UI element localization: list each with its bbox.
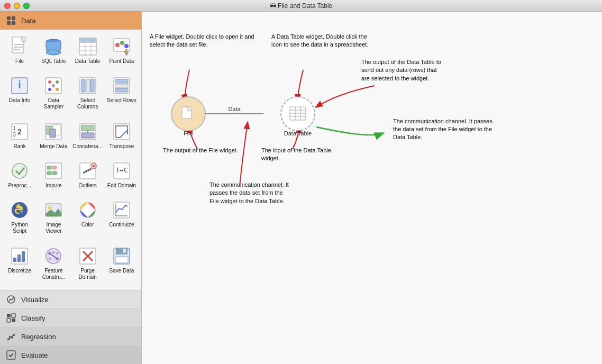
- minimize-button[interactable]: [14, 3, 20, 9]
- transpose-widget-label: Transpose: [109, 143, 134, 150]
- widget-python-script[interactable]: Python Script: [3, 196, 36, 241]
- widget-discretize[interactable]: Discretize: [3, 242, 36, 287]
- svg-rect-39: [115, 88, 128, 92]
- widget-color[interactable]: Color: [71, 196, 104, 241]
- svg-text:2: 2: [17, 128, 22, 136]
- svg-rect-56: [52, 166, 57, 169]
- svg-point-88: [49, 257, 51, 260]
- svg-rect-1: [12, 16, 15, 20]
- widget-edit-domain[interactable]: T↔C Edit Domain: [105, 157, 138, 195]
- save-data-widget-icon: [111, 245, 132, 267]
- regression-section-icon: [5, 331, 17, 342]
- svg-text:1: 1: [13, 125, 16, 131]
- svg-point-89: [56, 252, 59, 254]
- window-title: 🕶 File and Data Table: [270, 2, 333, 10]
- widget-data-table[interactable]: Data Table: [71, 33, 104, 71]
- widget-preproc[interactable]: Preproc...: [3, 157, 36, 195]
- svg-rect-49: [81, 125, 94, 131]
- svg-text:3: 3: [13, 132, 16, 138]
- python-script-widget-icon: [9, 199, 30, 221]
- svg-rect-58: [52, 171, 57, 175]
- bottom-sections: Visualize Classify: [0, 290, 141, 364]
- svg-rect-2: [7, 21, 11, 25]
- select-columns-widget-label: Select Columns: [72, 97, 103, 110]
- svg-point-108: [171, 97, 205, 131]
- widget-purge-domain[interactable]: Purge Domain: [71, 242, 104, 287]
- widget-data-info[interactable]: i Data Info: [3, 72, 36, 116]
- svg-rect-101: [12, 319, 15, 322]
- svg-rect-38: [115, 84, 128, 88]
- annotation-input-data-table: The input of the Data Table widget.: [261, 147, 343, 163]
- save-data-widget-label: Save Data: [110, 268, 134, 274]
- outliers-widget-label: Outliers: [78, 183, 96, 189]
- widget-transpose[interactable]: Transpose: [105, 118, 138, 156]
- widget-save-data[interactable]: Save Data: [105, 242, 138, 287]
- purge-domain-widget-icon: [77, 245, 98, 267]
- annotation-output-file: The output of the File widget.: [163, 147, 248, 154]
- section-header-visualize[interactable]: Visualize: [0, 290, 141, 308]
- section-header-data[interactable]: Data: [0, 12, 141, 30]
- svg-rect-98: [7, 314, 11, 317]
- svg-point-69: [17, 207, 19, 208]
- impute-widget-label: Impute: [45, 183, 62, 189]
- svg-rect-35: [90, 79, 94, 92]
- widget-impute[interactable]: Impute: [37, 157, 70, 195]
- widget-concatenate[interactable]: Concatena...: [71, 118, 104, 156]
- widget-outliers[interactable]: Outliers: [71, 157, 104, 195]
- rank-widget-icon: 2 1 3: [9, 121, 30, 142]
- svg-rect-96: [115, 257, 128, 263]
- sql-table-widget-label: SQL Table: [41, 58, 66, 65]
- svg-rect-37: [115, 79, 128, 83]
- section-header-regression[interactable]: Regression: [0, 327, 141, 345]
- svg-point-72: [48, 206, 51, 210]
- widget-rank[interactable]: 2 1 3 Rank: [3, 118, 36, 156]
- svg-point-62: [87, 169, 89, 171]
- file-widget-icon: [9, 36, 30, 57]
- widget-select-columns[interactable]: Select Columns: [71, 72, 104, 116]
- svg-point-113: [281, 97, 315, 131]
- widget-sql-table[interactable]: SQL Table: [37, 33, 70, 71]
- svg-point-21: [120, 41, 124, 45]
- svg-rect-81: [17, 254, 21, 262]
- svg-point-85: [48, 252, 51, 255]
- discretize-widget-icon: [9, 245, 30, 267]
- evaluate-section-label: Evaluate: [21, 351, 48, 359]
- rank-widget-label: Rank: [13, 143, 25, 150]
- continuize-widget-icon: [111, 199, 132, 221]
- widget-continuize[interactable]: Continuize: [105, 196, 138, 241]
- widget-image-viewer[interactable]: Image Viewer: [37, 196, 70, 241]
- widget-paint-data[interactable]: Paint Data: [105, 33, 138, 71]
- svg-rect-57: [47, 171, 51, 175]
- regression-section-label: Regression: [21, 333, 56, 341]
- purge-domain-widget-label: Purge Domain: [72, 268, 103, 280]
- continuize-widget-label: Continuize: [109, 222, 134, 228]
- canvas-area[interactable]: A File widget. Double click to open it a…: [142, 12, 602, 364]
- svg-point-86: [56, 257, 59, 260]
- preproc-widget-label: Preproc...: [8, 183, 31, 189]
- close-button[interactable]: [4, 3, 11, 9]
- svg-point-75: [85, 207, 90, 213]
- feature-constr-widget-label: Feature Constru...: [38, 268, 69, 280]
- widget-merge-data[interactable]: Merge Data: [37, 118, 70, 156]
- main-layout: Data File: [0, 12, 602, 364]
- svg-rect-13: [79, 38, 96, 42]
- data-sampler-widget-icon: [43, 75, 64, 96]
- paint-data-widget-label: Paint Data: [110, 58, 134, 65]
- section-header-evaluate[interactable]: Evaluate: [0, 345, 141, 364]
- data-info-widget-icon: i: [9, 75, 30, 96]
- python-script-widget-label: Python Script: [4, 222, 35, 234]
- maximize-button[interactable]: [23, 3, 30, 9]
- image-viewer-widget-label: Image Viewer: [38, 222, 69, 234]
- window-controls[interactable]: [4, 3, 30, 9]
- svg-text:File: File: [184, 130, 193, 136]
- color-widget-icon: [77, 199, 98, 221]
- widget-feature-constr[interactable]: Feature Constru...: [37, 242, 70, 287]
- visualize-section-label: Visualize: [21, 296, 49, 304]
- svg-point-64: [92, 165, 95, 167]
- svg-rect-55: [47, 166, 51, 169]
- widget-file[interactable]: File: [3, 33, 36, 71]
- svg-point-27: [48, 80, 51, 84]
- section-header-classify[interactable]: Classify: [0, 308, 141, 327]
- widget-data-sampler[interactable]: Data Sampler: [37, 72, 70, 116]
- widget-select-rows[interactable]: Select Rows: [105, 72, 138, 116]
